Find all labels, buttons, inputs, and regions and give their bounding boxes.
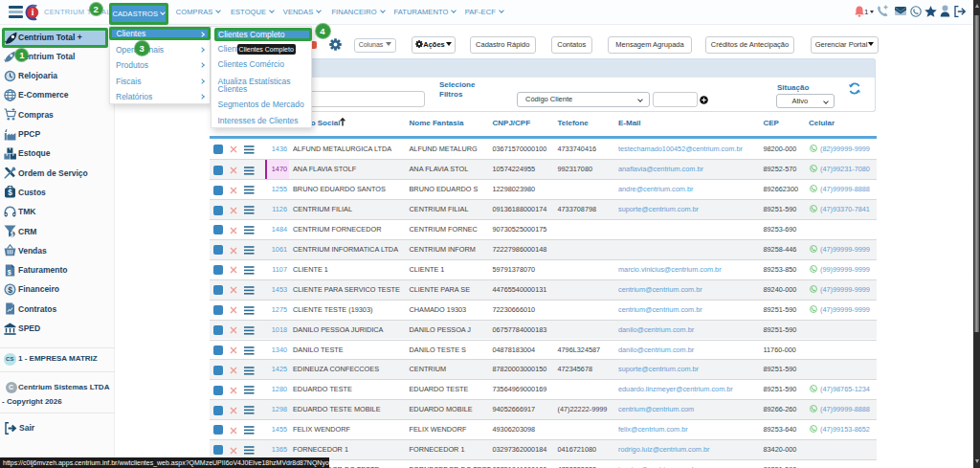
svg-text:i: i — [32, 8, 34, 17]
svg-text:$: $ — [7, 268, 11, 276]
svg-text:$: $ — [8, 284, 12, 294]
svg-text:$: $ — [10, 231, 13, 237]
svg-text:$: $ — [8, 189, 12, 198]
